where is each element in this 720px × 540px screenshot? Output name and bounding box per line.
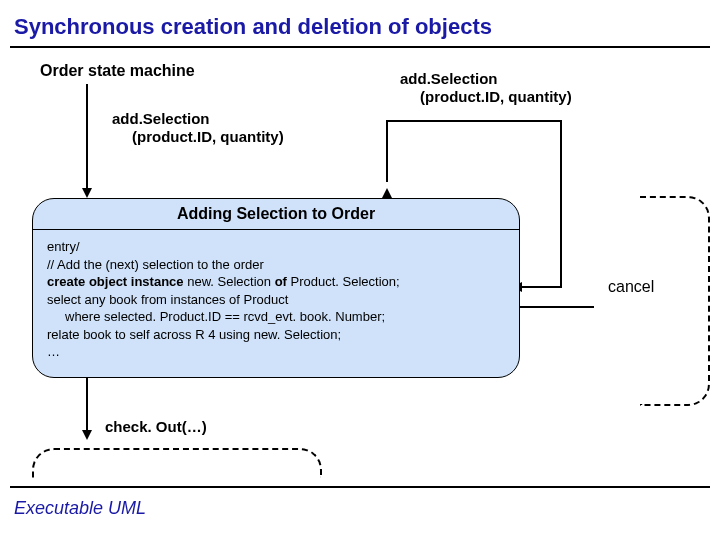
body-relate: relate book to self across R 4 using new…	[47, 327, 341, 342]
body-select: select any book from instances of Produc…	[47, 292, 288, 307]
transition-arrow-checkout	[86, 378, 88, 438]
body-where: where selected. Product.ID == rcvd_evt. …	[47, 308, 505, 326]
footer-divider	[10, 486, 710, 488]
page-title: Synchronous creation and deletion of obj…	[0, 0, 720, 46]
body-entry: entry/	[47, 239, 80, 254]
state-adding-selection: Adding Selection to Order entry/ // Add …	[32, 198, 520, 378]
trigger-right-line1: add.Selection	[400, 70, 498, 87]
transition-arrow-cancel	[520, 306, 594, 308]
state-machine-heading: Order state machine	[40, 62, 195, 80]
body-l3-mid: new. Selection	[184, 274, 275, 289]
partial-state-right	[640, 196, 710, 406]
arrowhead-icon	[82, 188, 92, 198]
arrowhead-icon	[82, 430, 92, 440]
state-entry-action: entry/ // Add the (next) selection to th…	[33, 230, 519, 371]
trigger-add-selection-right: add.Selection (product.ID, quantity)	[400, 70, 572, 106]
transition-arrow-selfloop-h1	[386, 120, 562, 122]
transition-arrow-initial	[86, 84, 88, 196]
transition-label-checkout: check. Out(…)	[105, 418, 207, 435]
partial-state-bottom	[32, 448, 322, 478]
trigger-left-line1: add.Selection	[112, 110, 210, 127]
body-ellipsis: …	[47, 344, 60, 359]
trigger-left-line2: (product.ID, quantity)	[112, 128, 284, 146]
footer-text: Executable UML	[14, 498, 146, 519]
transition-arrow-selfloop-h2	[520, 286, 562, 288]
kw-create-object-instance: create object instance	[47, 274, 184, 289]
arrowhead-icon	[382, 188, 392, 198]
transition-arrow-selfloop-v2	[560, 120, 562, 288]
body-l3-post: Product. Selection;	[287, 274, 400, 289]
diagram-canvas: Order state machine add.Selection (produ…	[0, 48, 720, 458]
body-comment: // Add the (next) selection to the order	[47, 257, 264, 272]
trigger-add-selection-left: add.Selection (product.ID, quantity)	[112, 110, 284, 146]
transition-arrow-selfloop-v1	[386, 120, 388, 182]
trigger-right-line2: (product.ID, quantity)	[400, 88, 572, 106]
kw-of: of	[275, 274, 287, 289]
state-name: Adding Selection to Order	[33, 199, 519, 230]
